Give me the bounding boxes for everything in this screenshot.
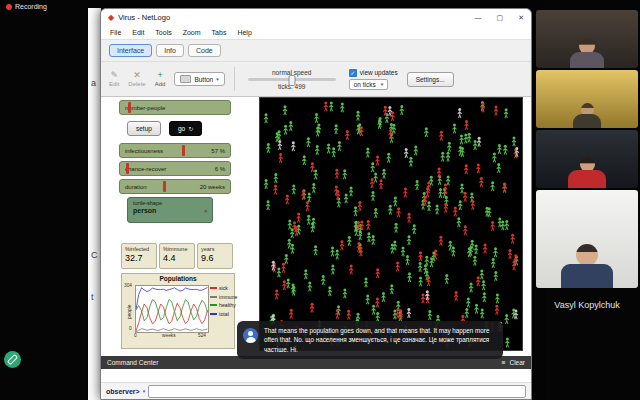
slider-handle[interactable] bbox=[128, 102, 131, 113]
menu-tabs[interactable]: Tabs bbox=[212, 29, 227, 36]
slider-chance-recover[interactable]: chance-recover 6 % bbox=[119, 161, 231, 176]
plot-title: Populations bbox=[122, 275, 234, 282]
minimize-button[interactable]: — bbox=[475, 14, 482, 22]
interface-canvas: number-people setup go ↻ infectiousness … bbox=[101, 97, 531, 356]
menu-tools[interactable]: Tools bbox=[155, 29, 171, 36]
world-view[interactable] bbox=[259, 97, 523, 351]
edit-label: Edit bbox=[109, 81, 119, 87]
monitor-infected: %infected 32.7 bbox=[121, 243, 157, 269]
legend-swatch bbox=[210, 287, 217, 289]
widget-type-dropdown[interactable]: Button ▾ bbox=[174, 72, 224, 86]
close-button[interactable]: ✕ bbox=[518, 14, 524, 22]
avatar-body bbox=[573, 114, 601, 128]
checkbox-checked-icon: ✓ bbox=[349, 69, 357, 77]
slider-handle[interactable] bbox=[126, 163, 129, 174]
slider-number-people[interactable]: number-people bbox=[119, 100, 231, 115]
window-titlebar[interactable]: ◆ Virus - NetLogo — ▢ ✕ bbox=[101, 9, 531, 26]
view-updates-label: view updates bbox=[360, 69, 398, 76]
menu-edit[interactable]: Edit bbox=[132, 29, 144, 36]
slider-handle[interactable] bbox=[163, 181, 166, 192]
legend-label: total bbox=[219, 311, 229, 317]
slider-value: 6 % bbox=[215, 166, 225, 172]
link-icon bbox=[7, 354, 18, 365]
edit-icon: ✎ bbox=[110, 71, 118, 80]
menu-zoom[interactable]: Zoom bbox=[183, 29, 201, 36]
participant-avatar bbox=[570, 38, 604, 68]
monitor-immune: %immune 4.4 bbox=[159, 243, 195, 269]
chooser-value: person bbox=[133, 207, 156, 214]
recording-label: Recording bbox=[15, 3, 47, 10]
settings-button[interactable]: Settings... bbox=[407, 72, 454, 87]
tab-bar: Interface Info Code bbox=[101, 40, 531, 61]
background-doc-char: C bbox=[91, 250, 98, 260]
participant-video[interactable] bbox=[536, 190, 638, 288]
update-mode-dropdown[interactable]: on ticks ▾ bbox=[349, 79, 389, 90]
record-dot-icon bbox=[6, 4, 12, 10]
chevron-down-icon[interactable]: ▾ bbox=[143, 388, 146, 394]
command-center-output[interactable] bbox=[101, 369, 531, 383]
background-doc-char: a bbox=[91, 78, 96, 88]
slider-label: number-people bbox=[125, 105, 165, 111]
legend-item-total: total bbox=[210, 311, 237, 317]
observer-prompt[interactable]: observer> bbox=[106, 388, 140, 395]
chooser-turtle-shape[interactable]: turtle-shape person ▾ bbox=[127, 197, 213, 223]
slider-handle[interactable] bbox=[182, 145, 185, 156]
populations-plot: Populations 304 0 people 0 weeks 524 sic… bbox=[121, 273, 235, 349]
legend-item-sick: sick bbox=[210, 285, 237, 291]
monitor-value: 9.6 bbox=[201, 253, 229, 263]
recording-indicator: Recording bbox=[6, 3, 47, 10]
legend-swatch bbox=[210, 313, 217, 315]
participant-video[interactable] bbox=[536, 70, 638, 128]
command-input[interactable] bbox=[148, 385, 526, 398]
go-button[interactable]: go ↻ bbox=[169, 121, 202, 136]
toolbar-divider bbox=[234, 67, 235, 91]
tab-code[interactable]: Code bbox=[188, 44, 221, 57]
legend-label: healthy bbox=[219, 302, 236, 308]
delete-widget-button[interactable]: ✕ Delete bbox=[128, 71, 145, 87]
legend-swatch bbox=[210, 304, 217, 306]
chevron-down-icon: ▾ bbox=[381, 81, 384, 87]
chooser-label: turtle-shape bbox=[133, 200, 207, 206]
legend-label: immune bbox=[219, 294, 237, 300]
menu-file[interactable]: File bbox=[110, 29, 121, 36]
maximize-button[interactable]: ▢ bbox=[497, 14, 504, 22]
edit-widget-button[interactable]: ✎ Edit bbox=[109, 71, 119, 87]
slider-duration[interactable]: duration 20 weeks bbox=[119, 179, 231, 194]
view-updates-group: ✓ view updates on ticks ▾ bbox=[349, 69, 398, 90]
world-agents bbox=[260, 98, 522, 350]
menu-help[interactable]: Help bbox=[237, 29, 251, 36]
slider-label: duration bbox=[125, 184, 147, 190]
view-updates-checkbox[interactable]: ✓ view updates bbox=[349, 69, 398, 77]
avatar-body bbox=[246, 337, 256, 343]
command-center-prompt-row: observer> ▾ bbox=[101, 383, 531, 399]
monitor-value: 32.7 bbox=[125, 253, 153, 263]
interface-toolbar: ✎ Edit ✕ Delete + Add Button ▾ normal sp… bbox=[101, 61, 531, 97]
setup-button[interactable]: setup bbox=[127, 121, 161, 136]
avatar-body bbox=[568, 170, 606, 188]
add-widget-button[interactable]: + Add bbox=[155, 71, 166, 87]
monitor-years: years 9.6 bbox=[197, 243, 233, 269]
monitor-label: %infected bbox=[125, 246, 153, 252]
participant-video[interactable] bbox=[536, 130, 638, 188]
participant-avatar bbox=[568, 157, 606, 188]
command-center-title: Command Center bbox=[107, 359, 158, 366]
slider-value: 20 weeks bbox=[200, 184, 225, 190]
speed-slider[interactable] bbox=[248, 78, 336, 81]
speed-slider-handle[interactable] bbox=[288, 75, 295, 86]
monitor-label: %immune bbox=[163, 246, 191, 252]
plot-area bbox=[135, 285, 209, 333]
slider-infectiousness[interactable]: infectiousness 57 % bbox=[119, 143, 231, 158]
delete-label: Delete bbox=[128, 81, 145, 87]
widget-type-value: Button bbox=[194, 76, 213, 83]
participant-avatar bbox=[561, 244, 613, 288]
delete-icon: ✕ bbox=[133, 71, 141, 80]
tab-info[interactable]: Info bbox=[156, 44, 184, 57]
caption-text: That means the population goes down, and… bbox=[264, 327, 489, 353]
tab-interface[interactable]: Interface bbox=[109, 44, 152, 57]
avatar-body bbox=[570, 52, 604, 68]
command-center-menu-icon[interactable]: ≡ bbox=[502, 359, 506, 366]
clear-button[interactable]: Clear bbox=[509, 359, 525, 366]
chevron-down-icon: ▾ bbox=[216, 76, 219, 82]
meeting-link-button[interactable] bbox=[4, 351, 21, 368]
participant-video[interactable] bbox=[536, 10, 638, 68]
